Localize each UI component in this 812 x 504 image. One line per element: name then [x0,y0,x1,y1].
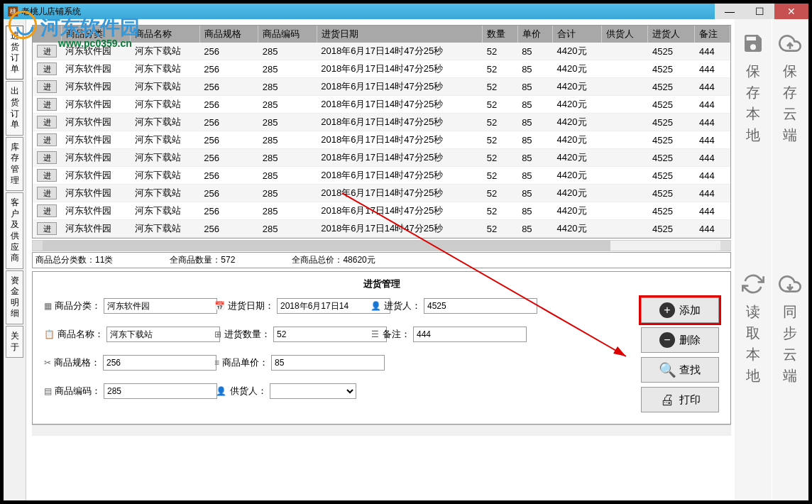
read-local-button[interactable]: 读取本地 [734,260,772,500]
price-input[interactable] [271,355,385,371]
table-header[interactable]: 备注 [695,26,730,43]
table-cell: 52 [483,185,517,202]
table-cell: 285 [258,60,317,78]
close-button[interactable]: ✕ [774,4,808,19]
stats-bar: 商品总分类数：11类 全商品数量：572 全商品总价：48620元 [32,252,731,268]
table-cell [601,43,648,60]
row-action-button[interactable]: 进 [37,80,57,93]
table-cell: 256 [199,167,258,185]
add-button[interactable]: + 添加 [641,297,719,323]
search-button[interactable]: 🔍 查找 [641,357,719,383]
table-row[interactable]: 进河东软件园河东下载站2562852018年6月17日14时47分25秒5285… [33,131,730,149]
table-row[interactable]: 进河东软件园河东下载站2562852018年6月17日14时47分25秒5285… [33,185,730,202]
table-header[interactable]: 商品名称 [131,26,200,43]
table-row[interactable]: 进河东软件园河东下载站2562852018年6月17日14时47分25秒5285… [33,60,730,78]
qty-input[interactable] [273,327,387,342]
table-row[interactable]: 进河东软件园河东下载站2562852018年6月17日14时47分25秒5285… [33,220,730,238]
delete-button[interactable]: − 删除 [641,327,719,353]
table-header[interactable]: 商品规格 [199,26,258,43]
save-cloud-button[interactable]: 保存云端 [772,19,809,260]
table-header[interactable]: 商品编码 [258,26,317,43]
sync-cloud-button[interactable]: 同步云端 [772,260,809,500]
table-header[interactable]: 进货人 [648,26,695,43]
supplier-select[interactable] [270,383,356,399]
horizontal-scrollbar[interactable] [32,240,731,251]
code-input[interactable] [104,383,217,399]
minimize-button[interactable]: — [715,4,745,19]
table-cell: 4420元 [553,202,601,220]
spec-input[interactable] [103,355,216,371]
row-action-button[interactable]: 进 [37,187,57,199]
row-action-button[interactable]: 进 [37,169,57,182]
category-label: 商品分类： [55,300,101,312]
row-action-button[interactable]: 进 [37,151,57,164]
row-action-button[interactable]: 进 [37,133,57,146]
table-cell: 河东软件园 [61,78,131,96]
print-button[interactable]: 🖨 打印 [641,387,719,412]
row-action-button[interactable]: 进 [37,222,57,235]
table-cell: 444 [695,149,730,167]
row-action-button[interactable]: 进 [37,204,57,217]
table-header[interactable]: 合计 [553,26,601,43]
table-header[interactable]: 进货日期 [317,26,482,43]
supplier-label: 供货人： [230,385,267,398]
table-cell: 2018年6月17日14时47分25秒 [317,202,482,220]
table-cell: 444 [695,78,730,96]
buyer-input[interactable] [424,298,537,314]
table-cell: 4525 [648,220,695,238]
row-action-button[interactable]: 进 [37,98,57,111]
table-cell: 4525 [648,60,695,78]
table-row[interactable]: 进河东软件园河东下载站2562852018年6月17日14时47分25秒5285… [33,149,730,167]
category-input[interactable] [104,298,217,314]
nav-item[interactable]: 进货订单 [6,26,23,80]
nav-item[interactable]: 关于 [6,326,23,358]
left-navigation: 进货订单出货订单库存管理客户及供应商资金明细关于 [4,19,26,500]
row-action-button[interactable]: 进 [37,116,57,128]
row-action-button[interactable]: 进 [37,45,57,57]
nav-item[interactable]: 资金明细 [6,270,23,324]
table-cell: 河东软件园 [61,96,131,114]
table-cell: 河东下载站 [131,60,200,78]
table-cell: 4525 [648,78,695,96]
table-header[interactable]: 商品分类 [61,26,131,43]
bottom-scrollbar[interactable] [32,424,731,436]
row-action-button[interactable]: 进 [37,62,57,75]
calendar-icon: 📅 [214,300,225,312]
table-cell: 256 [199,78,258,96]
table-cell: 4525 [648,43,695,60]
qty-label: 进货数量： [224,328,270,341]
table-cell: 4420元 [553,114,601,131]
table-row[interactable]: 进河东软件园河东下载站2562852018年6月17日14时47分25秒5285… [33,167,730,185]
table-cell: 河东软件园 [61,131,131,149]
table-cell: 河东下载站 [131,202,200,220]
table-header[interactable] [33,26,61,43]
name-input[interactable] [106,327,220,342]
right-panel: 保存本地 保存云端 读取本地 [734,19,808,500]
save-local-button[interactable]: 保存本地 [734,19,772,260]
table-row[interactable]: 进河东软件园河东下载站2562852018年6月17日14时47分25秒5285… [33,78,730,96]
table-row[interactable]: 进河东软件园河东下载站2562852018年6月17日14时47分25秒5285… [33,114,730,131]
remark-input[interactable] [413,327,527,342]
stats-price: 全商品总价：48620元 [292,254,375,266]
category-icon: ▦ [44,300,52,312]
table-cell: 444 [695,220,730,238]
table-cell: 85 [517,43,552,60]
nav-item[interactable]: 客户及供应商 [6,192,23,269]
table-cell: 4420元 [553,60,601,78]
table-row[interactable]: 进河东软件园河东下载站2562852018年6月17日14时47分25秒5285… [33,202,730,220]
table-cell: 河东软件园 [61,114,131,131]
table-cell: 85 [517,78,552,96]
nav-item[interactable]: 出货订单 [6,81,23,135]
table-cell: 256 [199,96,258,114]
table-cell: 河东下载站 [131,149,200,167]
table-header[interactable]: 供货人 [601,26,648,43]
table-row[interactable]: 进河东软件园河东下载站2562852018年6月17日14时47分25秒5285… [33,96,730,114]
table-cell: 4420元 [553,149,601,167]
maximize-button[interactable]: ☐ [745,4,774,19]
table-cell: 4420元 [553,78,601,96]
table-cell: 河东下载站 [131,96,200,114]
table-header[interactable]: 单价 [517,26,552,43]
nav-item[interactable]: 库存管理 [6,137,23,191]
table-row[interactable]: 进河东软件园河东下载站2562852018年6月17日14时47分25秒5285… [33,43,730,60]
table-header[interactable]: 数量 [483,26,517,43]
